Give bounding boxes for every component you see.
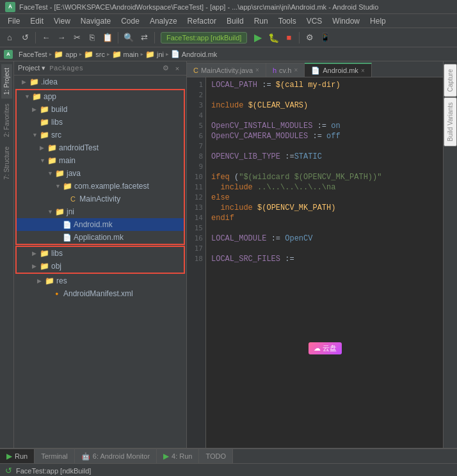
panel-close-btn[interactable]: × [172,63,182,74]
tab-androidmk[interactable]: 📄 Android.mk × [305,63,371,77]
tree-item-jni[interactable]: ▼ 📁 jni [17,205,184,218]
tree-item-libs1[interactable]: 📁 libs [17,116,184,129]
tree-item-libs2[interactable]: ▶ 📁 libs [17,247,184,260]
breadcrumb-androidmk[interactable]: 📄 Android.mk [171,50,218,58]
folder-icon-obj: 📁 [40,262,49,271]
tree-item-androidtest[interactable]: ▶ 📁 androidTest [17,141,184,154]
toolbar-forward-btn[interactable]: → [54,31,68,45]
breadcrumb-facetest[interactable]: A FaceTest [4,50,47,59]
sidebar-tab-structure[interactable]: 7: Structure [1,143,12,184]
run-config-selector[interactable]: FaceTest:app [ndkBuild] [161,32,247,44]
sidebar-tab-project[interactable]: 1: Project [1,64,12,99]
tree-item-applicationmk[interactable]: 📄 Application.mk [17,231,184,244]
menu-edit[interactable]: Edit [25,15,49,27]
tree-label-androidmk: Android.mk [74,220,113,229]
tab-close-cvh[interactable]: × [294,67,298,74]
toolbar-home-btn[interactable]: ⌂ [3,31,17,45]
android-icon: 🤖 [81,452,90,461]
tree-label-res: res [56,276,67,285]
menu-build[interactable]: Build [221,15,249,27]
menu-code[interactable]: Code [116,15,145,27]
tree-item-androidmk[interactable]: 📄 Android.mk [17,218,184,231]
menu-analyze[interactable]: Analyze [145,15,182,27]
bottom-tab-run[interactable]: ▶ Run [0,449,35,463]
toolbar-avd-btn[interactable]: 📱 [318,31,332,45]
folder-icon-4: 📁 [145,50,155,59]
breadcrumb-app[interactable]: 📁 app [54,50,77,59]
folder-icon-androidtest: 📁 [47,143,57,152]
menu-file[interactable]: File [3,15,25,27]
code-editor[interactable]: LOCAL_PATH := $(call my-dir) include $(C… [206,77,443,448]
tab-close-mainactivity[interactable]: × [255,67,259,74]
tree-item-res[interactable]: ▶ 📁 res [14,274,186,287]
toolbar-cut-btn[interactable]: ✂ [70,31,84,45]
run-button[interactable]: ▶ [251,31,265,45]
tree-item-app[interactable]: ▼ 📁 app [17,90,184,103]
c-tab-icon: h [273,67,277,74]
toolbar-find-btn[interactable]: 🔍 [122,31,136,45]
tab-mainactivity[interactable]: C MainActivity.java × [187,63,266,77]
bottom-tab-todo[interactable]: TODO [199,449,233,463]
panel-gear-btn[interactable]: ⚙ [161,63,171,74]
menu-refactor[interactable]: Refactor [182,15,221,27]
breadcrumb-sep-4: ▸ [140,50,144,58]
menu-navigate[interactable]: Navigate [76,15,116,27]
breadcrumb-sep-2: ▸ [79,50,83,58]
tree-arrow-src: ▼ [32,132,40,138]
breadcrumb-jni[interactable]: 📁 jni [145,50,164,59]
toolbar-sep-1 [35,32,36,44]
toolbar-sep-4 [299,32,300,44]
toolbar-refresh-btn[interactable]: ↺ [18,31,32,45]
breadcrumb-src[interactable]: 📁 src [84,50,105,59]
debug-button[interactable]: 🐛 [266,31,280,45]
menu-window[interactable]: Window [327,15,365,27]
tab-cvh[interactable]: h cv.h × [266,63,305,77]
stop-button[interactable]: ■ [282,31,296,45]
tree-item-java[interactable]: ▼ 📁 java [17,167,184,180]
tree-item-idea[interactable]: ▶ 📁 .idea [14,75,186,88]
toolbar-paste-btn[interactable]: 📋 [100,31,115,45]
bottom-tab-run2[interactable]: ▶ 4: Run [157,449,199,463]
tree-item-mainactivity[interactable]: C MainActivity [17,193,184,205]
bottom-panel: ▶ Run Terminal 🤖 6: Android Monitor ▶ 4:… [0,448,457,476]
toolbar-sdk-btn[interactable]: ⚙ [303,31,317,45]
menu-help[interactable]: Help [365,15,391,27]
bottom-tab-terminal[interactable]: Terminal [35,449,75,463]
tree-item-main[interactable]: ▼ 📁 main [17,154,184,167]
sidebar-tab-favorites[interactable]: 2: Favorites [1,100,12,141]
tree-item-build[interactable]: ▶ 📁 build [17,103,184,116]
right-tab-capture[interactable]: Capture [444,64,457,97]
folder-icon-main: 📁 [47,156,57,165]
folder-icon-jni: 📁 [55,207,65,216]
tree-item-obj[interactable]: ▶ 📁 obj [17,260,184,273]
breadcrumb-sep-5: ▸ [165,50,170,58]
tree-arrow-build: ▶ [32,106,40,113]
menu-bar: File Edit View Navigate Code Analyze Ref… [0,14,457,28]
tab-close-androidmk[interactable]: × [361,67,365,74]
toolbar-back-btn[interactable]: ← [39,31,53,45]
folder-icon-com: 📁 [63,182,72,191]
tree-item-com[interactable]: ▼ 📁 com.example.facetest [17,180,184,193]
breadcrumb-main[interactable]: 📁 main [112,50,139,59]
tree-arrow-idea: ▶ [22,79,29,85]
right-tab-build-variants[interactable]: Build Variants [444,97,457,147]
tree-item-src[interactable]: ▼ 📁 src [17,129,184,141]
tree-arrow-libs2: ▶ [32,250,40,257]
folder-icon-src: 📁 [40,131,49,139]
folder-icon-3: 📁 [112,50,122,59]
folder-icon-build: 📁 [40,105,49,114]
toolbar-replace-btn[interactable]: ⇄ [137,31,151,45]
menu-run[interactable]: Run [249,15,273,27]
tree-label-idea: .idea [41,77,58,86]
bottom-tab-android-monitor[interactable]: 🤖 6: Android Monitor [75,449,157,463]
menu-tools[interactable]: Tools [273,15,301,27]
folder-icon-app: 📁 [32,92,42,101]
menu-vcs[interactable]: VCS [301,15,328,27]
tree-item-androidmanifest[interactable]: 🔸 AndroidManifest.xml [14,287,186,300]
tree-arrow-main: ▼ [40,157,47,164]
toolbar-sep-2 [118,32,118,44]
menu-view[interactable]: View [49,15,76,27]
toolbar-copy-btn[interactable]: ⎘ [85,31,99,45]
folder-icon-libs2: 📁 [40,249,49,258]
tree-label-libs2: libs [51,249,63,258]
